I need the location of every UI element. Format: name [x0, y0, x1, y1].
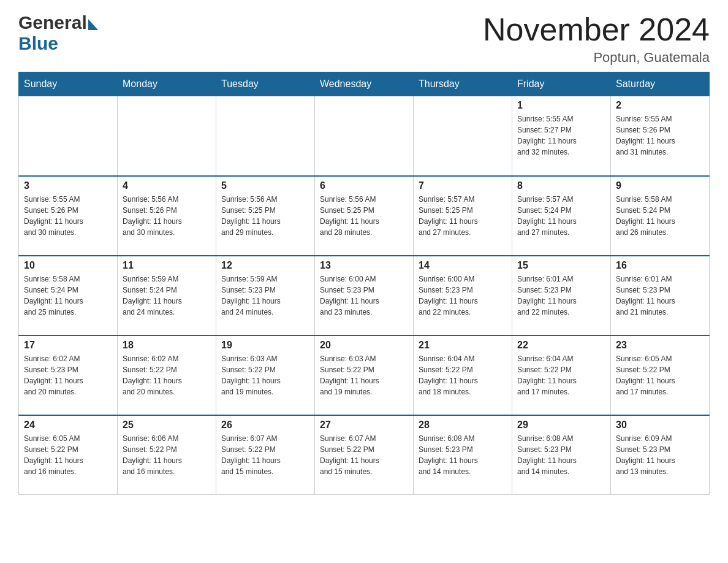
day-info: Sunrise: 5:56 AMSunset: 5:25 PMDaylight:…: [320, 194, 408, 238]
day-info: Sunrise: 6:08 AMSunset: 5:23 PMDaylight:…: [419, 433, 507, 477]
calendar-cell-w4-d2: 26Sunrise: 6:07 AMSunset: 5:22 PMDayligh…: [216, 415, 315, 495]
calendar-cell-w3-d5: 22Sunrise: 6:04 AMSunset: 5:22 PMDayligh…: [512, 335, 611, 415]
day-info: Sunrise: 6:04 AMSunset: 5:22 PMDaylight:…: [419, 353, 507, 397]
day-info: Sunrise: 5:59 AMSunset: 5:23 PMDaylight:…: [221, 274, 309, 318]
day-number: 5: [221, 180, 309, 191]
calendar-cell-w1-d2: 5Sunrise: 5:56 AMSunset: 5:25 PMDaylight…: [216, 176, 315, 256]
calendar-cell-w4-d5: 29Sunrise: 6:08 AMSunset: 5:23 PMDayligh…: [512, 415, 611, 495]
calendar-cell-w4-d3: 27Sunrise: 6:07 AMSunset: 5:22 PMDayligh…: [315, 415, 414, 495]
calendar-cell-w1-d6: 9Sunrise: 5:58 AMSunset: 5:24 PMDaylight…: [611, 176, 710, 256]
calendar-cell-w2-d1: 11Sunrise: 5:59 AMSunset: 5:24 PMDayligh…: [118, 256, 216, 335]
day-info: Sunrise: 6:01 AMSunset: 5:23 PMDaylight:…: [616, 274, 704, 318]
day-number: 12: [221, 260, 309, 271]
day-number: 26: [221, 419, 309, 431]
day-number: 10: [24, 260, 112, 271]
calendar-cell-w2-d6: 16Sunrise: 6:01 AMSunset: 5:23 PMDayligh…: [611, 256, 710, 335]
calendar-cell-w4-d4: 28Sunrise: 6:08 AMSunset: 5:23 PMDayligh…: [414, 415, 512, 495]
day-number: 11: [123, 260, 211, 271]
week-row-2: 10Sunrise: 5:58 AMSunset: 5:24 PMDayligh…: [19, 256, 710, 335]
header-thursday: Thursday: [414, 72, 512, 96]
calendar-cell-w3-d1: 18Sunrise: 6:02 AMSunset: 5:22 PMDayligh…: [118, 335, 216, 415]
day-number: 7: [419, 180, 507, 191]
day-info: Sunrise: 6:00 AMSunset: 5:23 PMDaylight:…: [320, 274, 408, 318]
day-info: Sunrise: 6:07 AMSunset: 5:22 PMDaylight:…: [320, 433, 408, 477]
location-text: Poptun, Guatemala: [483, 50, 710, 66]
day-number: 17: [24, 340, 112, 351]
day-number: 29: [517, 419, 605, 431]
day-number: 30: [616, 419, 704, 431]
calendar-cell-w2-d5: 15Sunrise: 6:01 AMSunset: 5:23 PMDayligh…: [512, 256, 611, 335]
calendar-cell-w2-d0: 10Sunrise: 5:58 AMSunset: 5:24 PMDayligh…: [19, 256, 118, 335]
calendar-cell-w3-d6: 23Sunrise: 6:05 AMSunset: 5:22 PMDayligh…: [611, 335, 710, 415]
day-number: 18: [123, 340, 211, 351]
day-number: 28: [419, 419, 507, 431]
calendar-cell-w3-d4: 21Sunrise: 6:04 AMSunset: 5:22 PMDayligh…: [414, 335, 512, 415]
calendar-cell-w4-d0: 24Sunrise: 6:05 AMSunset: 5:22 PMDayligh…: [19, 415, 118, 495]
header-wednesday: Wednesday: [315, 72, 414, 96]
day-info: Sunrise: 6:08 AMSunset: 5:23 PMDaylight:…: [517, 433, 605, 477]
calendar-cell-w1-d0: 3Sunrise: 5:55 AMSunset: 5:26 PMDaylight…: [19, 176, 118, 256]
day-number: 16: [616, 260, 704, 271]
day-number: 22: [517, 340, 605, 351]
day-info: Sunrise: 5:57 AMSunset: 5:24 PMDaylight:…: [517, 194, 605, 238]
month-title: November 2024: [483, 12, 710, 47]
day-number: 4: [123, 180, 211, 191]
header-friday: Friday: [512, 72, 611, 96]
day-info: Sunrise: 6:02 AMSunset: 5:22 PMDaylight:…: [123, 353, 211, 397]
day-info: Sunrise: 6:01 AMSunset: 5:23 PMDaylight:…: [517, 274, 605, 318]
day-info: Sunrise: 5:55 AMSunset: 5:26 PMDaylight:…: [616, 113, 704, 158]
day-number: 21: [419, 340, 507, 351]
calendar-cell-w4-d1: 25Sunrise: 6:06 AMSunset: 5:22 PMDayligh…: [118, 415, 216, 495]
calendar-cell-w2-d2: 12Sunrise: 5:59 AMSunset: 5:23 PMDayligh…: [216, 256, 315, 335]
calendar-cell-w1-d5: 8Sunrise: 5:57 AMSunset: 5:24 PMDaylight…: [512, 176, 611, 256]
day-info: Sunrise: 5:58 AMSunset: 5:24 PMDaylight:…: [616, 194, 704, 238]
title-block: November 2024 Poptun, Guatemala: [483, 12, 710, 66]
week-row-3: 17Sunrise: 6:02 AMSunset: 5:23 PMDayligh…: [19, 335, 710, 415]
logo: General Blue: [18, 12, 98, 54]
day-info: Sunrise: 6:03 AMSunset: 5:22 PMDaylight:…: [221, 353, 309, 397]
calendar-cell-w3-d0: 17Sunrise: 6:02 AMSunset: 5:23 PMDayligh…: [19, 335, 118, 415]
day-number: 24: [24, 419, 112, 431]
day-number: 9: [616, 180, 704, 191]
calendar-cell-w2-d4: 14Sunrise: 6:00 AMSunset: 5:23 PMDayligh…: [414, 256, 512, 335]
day-info: Sunrise: 5:59 AMSunset: 5:24 PMDaylight:…: [123, 274, 211, 318]
day-info: Sunrise: 6:09 AMSunset: 5:23 PMDaylight:…: [616, 433, 704, 477]
header-tuesday: Tuesday: [216, 72, 315, 96]
calendar-cell-w1-d3: 6Sunrise: 5:56 AMSunset: 5:25 PMDaylight…: [315, 176, 414, 256]
calendar-cell-w1-d4: 7Sunrise: 5:57 AMSunset: 5:25 PMDaylight…: [414, 176, 512, 256]
day-number: 15: [517, 260, 605, 271]
day-info: Sunrise: 6:07 AMSunset: 5:22 PMDaylight:…: [221, 433, 309, 477]
logo-blue-text: Blue: [18, 33, 58, 53]
logo-arrow-icon: [88, 19, 98, 30]
day-number: 3: [24, 180, 112, 191]
day-info: Sunrise: 5:55 AMSunset: 5:27 PMDaylight:…: [517, 113, 605, 158]
calendar-cell-w3-d2: 19Sunrise: 6:03 AMSunset: 5:22 PMDayligh…: [216, 335, 315, 415]
day-number: 6: [320, 180, 408, 191]
day-number: 19: [221, 340, 309, 351]
header-monday: Monday: [118, 72, 216, 96]
day-info: Sunrise: 6:02 AMSunset: 5:23 PMDaylight:…: [24, 353, 112, 397]
day-number: 25: [123, 419, 211, 431]
day-info: Sunrise: 6:05 AMSunset: 5:22 PMDaylight:…: [616, 353, 704, 397]
day-number: 8: [517, 180, 605, 191]
header-saturday: Saturday: [611, 72, 710, 96]
day-info: Sunrise: 5:55 AMSunset: 5:26 PMDaylight:…: [24, 194, 112, 238]
calendar-cell-w0-d5: 1Sunrise: 5:55 AMSunset: 5:27 PMDaylight…: [512, 96, 611, 176]
day-number: 2: [616, 100, 704, 111]
week-row-0: 1Sunrise: 5:55 AMSunset: 5:27 PMDaylight…: [19, 96, 710, 176]
calendar-cell-w0-d6: 2Sunrise: 5:55 AMSunset: 5:26 PMDaylight…: [611, 96, 710, 176]
calendar-table: Sunday Monday Tuesday Wednesday Thursday…: [18, 72, 710, 495]
day-number: 13: [320, 260, 408, 271]
day-info: Sunrise: 6:04 AMSunset: 5:22 PMDaylight:…: [517, 353, 605, 397]
day-number: 14: [419, 260, 507, 271]
header-sunday: Sunday: [19, 72, 118, 96]
day-number: 27: [320, 419, 408, 431]
calendar-cell-w1-d1: 4Sunrise: 5:56 AMSunset: 5:26 PMDaylight…: [118, 176, 216, 256]
calendar-cell-w0-d1: [118, 96, 216, 176]
logo-general-text: General: [18, 12, 87, 33]
week-row-4: 24Sunrise: 6:05 AMSunset: 5:22 PMDayligh…: [19, 415, 710, 495]
page-header: General Blue November 2024 Poptun, Guate…: [18, 12, 710, 66]
day-info: Sunrise: 6:05 AMSunset: 5:22 PMDaylight:…: [24, 433, 112, 477]
calendar-cell-w0-d0: [19, 96, 118, 176]
day-number: 23: [616, 340, 704, 351]
